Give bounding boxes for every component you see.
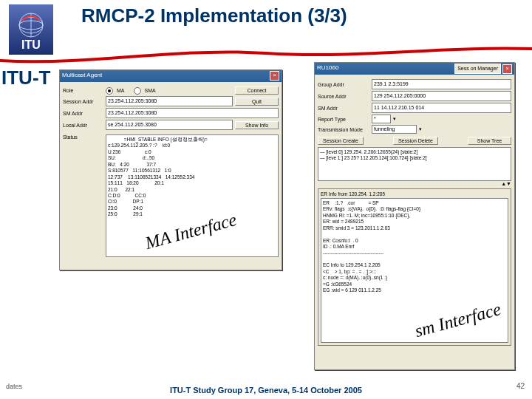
sm-addr2-input[interactable]: 11 14.112 210.15 014 [372, 103, 511, 113]
close-icon[interactable]: × [270, 71, 279, 81]
sm-window-title: RU1060 [317, 64, 338, 74]
status-label: Status [63, 134, 103, 140]
info-header: ER Info from 120.254. 1.2:205 [321, 191, 508, 197]
local-addr-label: Local Addr [63, 123, 103, 128]
footer-text: ITU-T Study Group 17, Geneva, 5-14 Octob… [0, 386, 532, 395]
tree-view[interactable]: — [level:0] 129.254. 2.206:12655(24) [st… [318, 147, 511, 181]
report-type-label: Report Type [318, 117, 369, 122]
trans-mode-select[interactable]: funneling [372, 125, 417, 134]
slide-title: RMCP-2 Implementation (3/3) [81, 4, 347, 27]
source-addr-label: Source Addr [318, 94, 369, 99]
scroll-icon[interactable]: ▲▼ [318, 181, 511, 186]
radio-ma-label: MA [117, 88, 125, 93]
showinfo-button[interactable]: Show Info [235, 121, 279, 129]
local-addr-input[interactable]: se 254.112.205.3080 [106, 120, 233, 130]
sm-addr-input[interactable]: 23.254.112.205:3080 [106, 108, 279, 118]
session-delete-button[interactable]: Session Delete [393, 137, 438, 145]
group-addr-input[interactable]: 239.1 2.3:5199 [372, 79, 511, 89]
sm-addr2-label: SM Addr [318, 106, 369, 111]
role-label: Role [63, 88, 103, 93]
radio-sma-label: SMA [145, 88, 156, 93]
sm-window-titlebar: RU1060 Sess on Manager × [315, 63, 514, 75]
tree-node[interactable]: — [level:0] 129.254. 2.206:12655(24) [st… [320, 149, 509, 155]
session-addr-label: Session Addr [63, 99, 103, 104]
session-addr-input[interactable]: 23.254.112.205:3080 [106, 96, 233, 106]
trans-mode-label: Transmission Mode [318, 127, 369, 132]
chevron-down-icon[interactable]: ▾ [393, 116, 396, 122]
quit-button[interactable]: Quit [235, 98, 279, 106]
session-create-button[interactable]: Session Create [318, 137, 364, 145]
radio-ma[interactable] [106, 87, 113, 95]
ma-window-titlebar: Multicast Agent × [60, 70, 282, 82]
show-tree-button[interactable]: Show Tree [468, 137, 511, 145]
chevron-down-icon[interactable]: ▾ [419, 126, 422, 132]
report-type-select[interactable]: * [372, 115, 391, 123]
sessmgr-button[interactable]: Sess on Manager [454, 64, 501, 74]
connect-button[interactable]: Connect [235, 86, 279, 95]
page-number: 42 [516, 382, 525, 390]
sm-addr-label: SM Addr [63, 111, 103, 116]
radio-sma[interactable] [134, 87, 141, 95]
org-label: ITU-T [0, 66, 52, 89]
ma-window-title: Multicast Agent [62, 71, 102, 81]
source-addr-input[interactable]: 129 254.112.205:0000 [372, 91, 511, 101]
close-icon[interactable]: × [502, 64, 512, 74]
group-addr-label: Group Addr [318, 82, 369, 87]
tree-node[interactable]: — [leve 1:] 23 25? 112.205.124[:100.724]… [320, 155, 509, 161]
